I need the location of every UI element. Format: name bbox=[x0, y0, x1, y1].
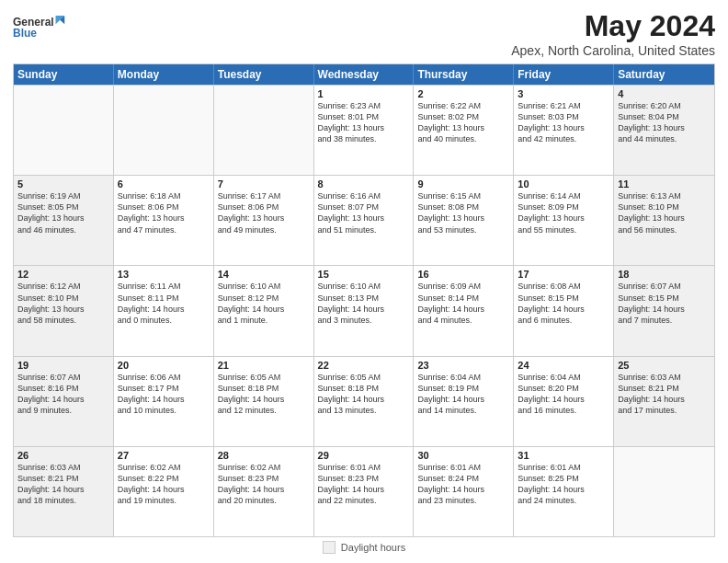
day-cell-1: 1Sunrise: 6:23 AM Sunset: 8:01 PM Daylig… bbox=[314, 86, 415, 175]
cell-info: Sunrise: 6:21 AM Sunset: 8:03 PM Dayligh… bbox=[518, 100, 609, 145]
day-number: 6 bbox=[118, 178, 210, 190]
day-number: 14 bbox=[218, 269, 310, 280]
week-row-5: 26Sunrise: 6:03 AM Sunset: 8:21 PM Dayli… bbox=[14, 446, 714, 536]
footer: Daylight hours bbox=[13, 537, 715, 554]
title-block: May 2024 Apex, North Carolina, United St… bbox=[511, 9, 715, 58]
week-row-2: 5Sunrise: 6:19 AM Sunset: 8:05 PM Daylig… bbox=[14, 175, 714, 265]
day-cell-31: 31Sunrise: 6:01 AM Sunset: 8:25 PM Dayli… bbox=[514, 447, 614, 536]
day-number: 17 bbox=[518, 269, 609, 280]
day-cell-7: 7Sunrise: 6:17 AM Sunset: 8:06 PM Daylig… bbox=[214, 176, 314, 265]
legend-label: Daylight hours bbox=[341, 542, 405, 553]
cell-info: Sunrise: 6:01 AM Sunset: 8:23 PM Dayligh… bbox=[318, 462, 410, 507]
day-cell-10: 10Sunrise: 6:14 AM Sunset: 8:09 PM Dayli… bbox=[514, 176, 614, 265]
day-cell-12: 12Sunrise: 6:12 AM Sunset: 8:10 PM Dayli… bbox=[14, 266, 114, 355]
cell-info: Sunrise: 6:01 AM Sunset: 8:24 PM Dayligh… bbox=[417, 462, 509, 507]
day-number: 2 bbox=[417, 88, 509, 99]
day-cell-30: 30Sunrise: 6:01 AM Sunset: 8:24 PM Dayli… bbox=[414, 447, 514, 536]
day-cell-21: 21Sunrise: 6:05 AM Sunset: 8:18 PM Dayli… bbox=[214, 357, 314, 446]
cell-info: Sunrise: 6:06 AM Sunset: 8:17 PM Dayligh… bbox=[118, 372, 210, 417]
day-cell-15: 15Sunrise: 6:10 AM Sunset: 8:13 PM Dayli… bbox=[314, 266, 415, 355]
cell-info: Sunrise: 6:05 AM Sunset: 8:18 PM Dayligh… bbox=[318, 372, 410, 417]
calendar-body: 1Sunrise: 6:23 AM Sunset: 8:01 PM Daylig… bbox=[14, 85, 714, 536]
day-cell-14: 14Sunrise: 6:10 AM Sunset: 8:12 PM Dayli… bbox=[214, 266, 314, 355]
cell-info: Sunrise: 6:16 AM Sunset: 8:07 PM Dayligh… bbox=[318, 190, 410, 236]
day-number: 13 bbox=[118, 269, 210, 280]
cell-info: Sunrise: 6:07 AM Sunset: 8:15 PM Dayligh… bbox=[618, 281, 711, 326]
day-cell-11: 11Sunrise: 6:13 AM Sunset: 8:10 PM Dayli… bbox=[614, 176, 714, 265]
day-cell-18: 18Sunrise: 6:07 AM Sunset: 8:15 PM Dayli… bbox=[614, 266, 714, 355]
cell-info: Sunrise: 6:04 AM Sunset: 8:19 PM Dayligh… bbox=[417, 372, 509, 417]
day-header-tuesday: Tuesday bbox=[214, 64, 314, 85]
cell-info: Sunrise: 6:17 AM Sunset: 8:06 PM Dayligh… bbox=[218, 190, 310, 236]
day-header-saturday: Saturday bbox=[614, 64, 714, 85]
cell-info: Sunrise: 6:02 AM Sunset: 8:23 PM Dayligh… bbox=[218, 462, 310, 507]
day-cell-6: 6Sunrise: 6:18 AM Sunset: 8:06 PM Daylig… bbox=[114, 176, 214, 265]
cell-info: Sunrise: 6:03 AM Sunset: 8:21 PM Dayligh… bbox=[618, 372, 711, 417]
week-row-3: 12Sunrise: 6:12 AM Sunset: 8:10 PM Dayli… bbox=[14, 265, 714, 355]
day-cell-2: 2Sunrise: 6:22 AM Sunset: 8:02 PM Daylig… bbox=[414, 86, 514, 175]
day-cell-23: 23Sunrise: 6:04 AM Sunset: 8:19 PM Dayli… bbox=[414, 357, 514, 446]
day-cell-3: 3Sunrise: 6:21 AM Sunset: 8:03 PM Daylig… bbox=[514, 86, 614, 175]
svg-text:Blue: Blue bbox=[13, 27, 37, 40]
day-cell-22: 22Sunrise: 6:05 AM Sunset: 8:18 PM Dayli… bbox=[314, 357, 415, 446]
day-number: 27 bbox=[118, 450, 210, 461]
logo-icon: General Blue bbox=[13, 9, 68, 46]
day-number: 16 bbox=[417, 269, 509, 280]
day-cell-27: 27Sunrise: 6:02 AM Sunset: 8:22 PM Dayli… bbox=[114, 447, 214, 536]
day-number: 5 bbox=[17, 178, 109, 190]
day-cell-28: 28Sunrise: 6:02 AM Sunset: 8:23 PM Dayli… bbox=[214, 447, 314, 536]
day-number: 15 bbox=[318, 269, 410, 280]
cell-info: Sunrise: 6:04 AM Sunset: 8:20 PM Dayligh… bbox=[518, 372, 609, 417]
empty-cell bbox=[214, 86, 314, 175]
day-number: 8 bbox=[318, 178, 410, 190]
cell-info: Sunrise: 6:10 AM Sunset: 8:12 PM Dayligh… bbox=[218, 281, 310, 326]
empty-cell bbox=[114, 86, 214, 175]
cell-info: Sunrise: 6:13 AM Sunset: 8:10 PM Dayligh… bbox=[618, 190, 711, 236]
day-number: 22 bbox=[318, 360, 410, 371]
day-number: 10 bbox=[518, 178, 609, 190]
cell-info: Sunrise: 6:03 AM Sunset: 8:21 PM Dayligh… bbox=[17, 462, 109, 507]
day-number: 11 bbox=[618, 178, 711, 190]
day-cell-25: 25Sunrise: 6:03 AM Sunset: 8:21 PM Dayli… bbox=[614, 357, 714, 446]
day-number: 29 bbox=[318, 450, 410, 461]
cell-info: Sunrise: 6:09 AM Sunset: 8:14 PM Dayligh… bbox=[417, 281, 509, 326]
day-cell-16: 16Sunrise: 6:09 AM Sunset: 8:14 PM Dayli… bbox=[414, 266, 514, 355]
empty-cell bbox=[14, 86, 114, 175]
cell-info: Sunrise: 6:15 AM Sunset: 8:08 PM Dayligh… bbox=[417, 190, 509, 236]
cell-info: Sunrise: 6:05 AM Sunset: 8:18 PM Dayligh… bbox=[218, 372, 310, 417]
day-cell-13: 13Sunrise: 6:11 AM Sunset: 8:11 PM Dayli… bbox=[114, 266, 214, 355]
cell-info: Sunrise: 6:18 AM Sunset: 8:06 PM Dayligh… bbox=[118, 190, 210, 236]
cell-info: Sunrise: 6:02 AM Sunset: 8:22 PM Dayligh… bbox=[118, 462, 210, 507]
day-header-thursday: Thursday bbox=[414, 64, 514, 85]
day-cell-19: 19Sunrise: 6:07 AM Sunset: 8:16 PM Dayli… bbox=[14, 357, 114, 446]
day-cell-29: 29Sunrise: 6:01 AM Sunset: 8:23 PM Dayli… bbox=[314, 447, 415, 536]
day-header-monday: Monday bbox=[114, 64, 214, 85]
day-number: 9 bbox=[417, 178, 509, 190]
day-number: 24 bbox=[518, 360, 609, 371]
legend-box bbox=[323, 541, 336, 554]
day-number: 26 bbox=[17, 450, 109, 461]
day-number: 23 bbox=[417, 360, 509, 371]
cell-info: Sunrise: 6:01 AM Sunset: 8:25 PM Dayligh… bbox=[518, 462, 609, 507]
day-number: 1 bbox=[318, 88, 410, 99]
subtitle: Apex, North Carolina, United States bbox=[511, 43, 715, 58]
calendar-header: SundayMondayTuesdayWednesdayThursdayFrid… bbox=[14, 64, 714, 85]
day-cell-4: 4Sunrise: 6:20 AM Sunset: 8:04 PM Daylig… bbox=[614, 86, 714, 175]
day-number: 30 bbox=[417, 450, 509, 461]
cell-info: Sunrise: 6:08 AM Sunset: 8:15 PM Dayligh… bbox=[518, 281, 609, 326]
cell-info: Sunrise: 6:11 AM Sunset: 8:11 PM Dayligh… bbox=[118, 281, 210, 326]
week-row-1: 1Sunrise: 6:23 AM Sunset: 8:01 PM Daylig… bbox=[14, 85, 714, 175]
header: General Blue May 2024 Apex, North Caroli… bbox=[13, 9, 715, 58]
day-header-friday: Friday bbox=[514, 64, 614, 85]
day-number: 3 bbox=[518, 88, 609, 99]
cell-info: Sunrise: 6:10 AM Sunset: 8:13 PM Dayligh… bbox=[318, 281, 410, 326]
day-number: 31 bbox=[518, 450, 609, 461]
week-row-4: 19Sunrise: 6:07 AM Sunset: 8:16 PM Dayli… bbox=[14, 356, 714, 446]
day-number: 7 bbox=[218, 178, 310, 190]
cell-info: Sunrise: 6:14 AM Sunset: 8:09 PM Dayligh… bbox=[518, 190, 609, 236]
day-cell-26: 26Sunrise: 6:03 AM Sunset: 8:21 PM Dayli… bbox=[14, 447, 114, 536]
day-cell-24: 24Sunrise: 6:04 AM Sunset: 8:20 PM Dayli… bbox=[514, 357, 614, 446]
day-cell-8: 8Sunrise: 6:16 AM Sunset: 8:07 PM Daylig… bbox=[314, 176, 415, 265]
cell-info: Sunrise: 6:20 AM Sunset: 8:04 PM Dayligh… bbox=[618, 100, 711, 145]
page: General Blue May 2024 Apex, North Caroli… bbox=[0, 0, 728, 563]
